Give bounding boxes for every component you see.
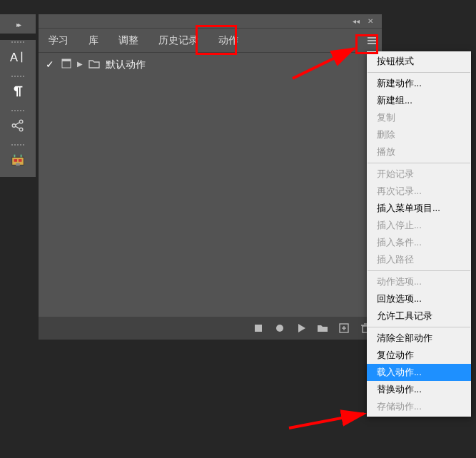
default-actions-label[interactable]: 默认动作 <box>106 58 146 71</box>
plugin-icon <box>10 152 26 168</box>
panel-flyout-menu: 按钮模式新建动作...新建组...复制删除播放开始记录再次记录...插入菜单项目… <box>367 51 471 417</box>
actions-content: ✓ ▶ 默认动作 <box>39 53 382 317</box>
menu-item: 再次记录... <box>367 183 471 200</box>
menu-item: 动作选项... <box>367 273 471 290</box>
menu-item[interactable]: 新建组... <box>367 92 471 109</box>
menu-item[interactable]: 新建动作... <box>367 75 471 92</box>
svg-point-4 <box>19 128 23 131</box>
tab-library[interactable]: 库 <box>79 29 108 52</box>
menu-separator <box>368 270 470 271</box>
actions-bottom-toolbar <box>39 317 382 340</box>
svg-rect-8 <box>14 159 18 162</box>
share-tool[interactable] <box>0 108 36 143</box>
expand-caret-icon[interactable]: ▶ <box>77 60 83 68</box>
svg-line-28 <box>289 414 364 428</box>
new-set-button[interactable] <box>316 322 329 335</box>
svg-rect-12 <box>16 163 20 166</box>
menu-item[interactable]: 复位动作 <box>367 347 471 364</box>
svg-line-6 <box>15 126 19 129</box>
stop-button[interactable] <box>252 322 265 335</box>
svg-point-19 <box>276 325 283 332</box>
play-button[interactable] <box>295 322 308 335</box>
tab-adjustments[interactable]: 调整 <box>108 29 148 52</box>
svg-line-5 <box>15 122 19 125</box>
hamburger-icon <box>366 35 378 46</box>
menu-item[interactable]: 按钮模式 <box>367 53 471 70</box>
action-dialog-toggle-icon[interactable] <box>61 58 71 71</box>
actions-panel: ◂◂ ✕ 学习 库 调整 历史记录 动作 ✓ ▶ 默认动作 <box>39 14 382 340</box>
menu-item: 插入路径 <box>367 251 471 268</box>
tab-learn[interactable]: 学习 <box>39 29 79 52</box>
menu-item[interactable]: 插入菜单项目... <box>367 200 471 217</box>
folder-icon <box>88 58 100 72</box>
panel-close-icon[interactable]: ✕ <box>363 17 378 25</box>
menu-item: 复制 <box>367 109 471 126</box>
svg-rect-18 <box>255 325 262 332</box>
record-button[interactable] <box>273 322 286 335</box>
menu-separator <box>368 72 470 73</box>
panel-collapse-right-icon[interactable]: ◂◂ <box>349 17 363 25</box>
menu-separator <box>368 327 470 327</box>
menu-item[interactable]: 载入动作... <box>367 364 471 381</box>
text-tool[interactable]: A <box>0 40 36 74</box>
svg-point-3 <box>19 120 23 123</box>
plugin-tool[interactable] <box>0 143 36 177</box>
panel-tabs: 学习 库 调整 历史记录 动作 <box>39 29 382 53</box>
svg-rect-9 <box>19 159 22 162</box>
collapse-chevron-icon: ▸▸ <box>16 21 19 29</box>
paragraph-icon <box>10 83 26 99</box>
svg-marker-20 <box>298 324 305 332</box>
svg-point-2 <box>12 124 16 128</box>
menu-item[interactable]: 允许工具记录 <box>367 307 471 325</box>
menu-item: 插入停止... <box>367 217 471 234</box>
new-action-button[interactable] <box>338 322 350 335</box>
share-icon <box>10 118 26 133</box>
menu-item[interactable]: 替换动作... <box>367 381 471 398</box>
menu-item: 删除 <box>367 126 471 143</box>
menu-separator <box>368 163 470 163</box>
menu-item: 存储动作... <box>367 398 471 415</box>
panel-topbar: ◂◂ ✕ <box>39 14 382 29</box>
tab-history[interactable]: 历史记录 <box>148 29 208 52</box>
panel-collapse-area[interactable]: ▸▸ <box>0 14 36 34</box>
action-toggle-check-icon[interactable]: ✓ <box>46 58 56 70</box>
paragraph-tool[interactable] <box>0 74 36 108</box>
left-tool-strip: A <box>0 40 36 177</box>
svg-rect-17 <box>62 59 71 61</box>
annotation-arrow-2 <box>285 407 378 435</box>
text-icon: A <box>10 49 26 65</box>
svg-text:A: A <box>10 51 18 63</box>
menu-item[interactable]: 清除全部动作 <box>367 330 471 347</box>
tab-actions[interactable]: 动作 <box>208 29 248 52</box>
menu-item: 开始记录 <box>367 166 471 183</box>
menu-item[interactable]: 回放选项... <box>367 290 471 307</box>
panel-menu-button[interactable] <box>362 29 382 52</box>
menu-item: 插入条件... <box>367 234 471 251</box>
menu-item: 播放 <box>367 143 471 161</box>
